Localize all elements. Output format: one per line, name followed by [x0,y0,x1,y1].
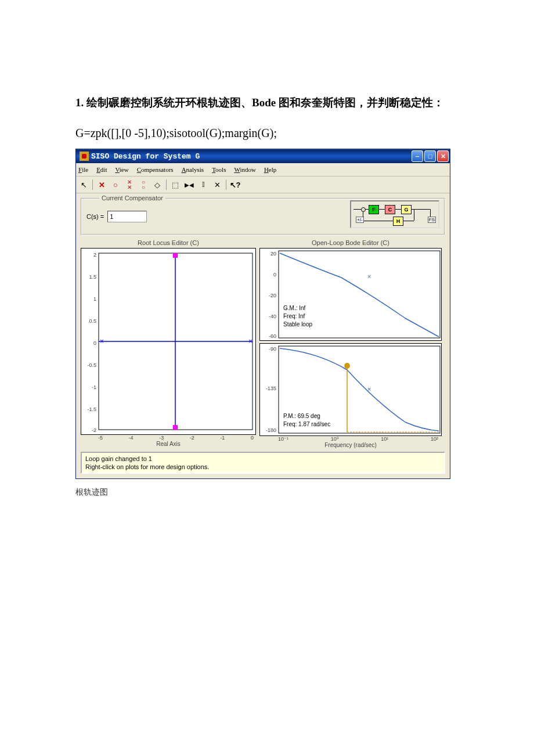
pointer-icon[interactable]: ↖ [78,179,89,190]
eraser-icon[interactable]: ◇ [152,179,163,190]
svg-text:1.5: 1.5 [89,274,96,280]
toolbar: ↖ ✕ ○ ✕✕ ○○ ◇ ⬚ ▶◀ 𝕀 ✕ ↖? [76,177,450,193]
svg-point-33 [344,363,350,369]
svg-rect-29 [279,346,440,433]
root-locus-title: Root Locus Editor (C) [81,237,256,248]
fs-button[interactable]: FS [428,217,436,223]
add-complex-pole-icon[interactable]: ✕✕ [124,179,135,190]
matlab-icon [80,152,89,161]
svg-text:×: × [100,337,104,345]
comp-label: C(s) = [86,213,104,220]
svg-text:20: 20 [270,251,276,257]
svg-text:Freq: 1.87 rad/sec: Freq: 1.87 rad/sec [283,421,330,427]
svg-text:-180: -180 [266,427,276,433]
svg-text:2: 2 [93,252,96,258]
status-bar: Loop gain changed to 1 Right-click on pl… [81,452,445,474]
status-line-2: Right-click on plots for more design opt… [85,463,441,471]
figure-caption: 根轨迹图 [75,487,459,498]
svg-text:-2: -2 [92,427,96,433]
svg-text:0.5: 0.5 [89,318,96,324]
svg-text:0: 0 [273,272,276,278]
menu-analysis[interactable]: Analysis [182,166,204,173]
rl-xlabel: Real Axis [81,441,256,447]
add-zero-icon[interactable]: ○ [110,179,121,190]
menu-view[interactable]: View [115,166,128,173]
add-complex-zero-icon[interactable]: ○○ [138,179,149,190]
compensator-panel: Current Compensator C(s) = F C G H +/- F… [81,198,445,235]
block-f[interactable]: F [369,205,379,214]
svg-text:-90: -90 [269,346,276,352]
titlebar[interactable]: SISO Design for System G – □ ✕ [76,149,450,163]
svg-text:×: × [367,386,371,393]
block-c[interactable]: C [385,205,395,214]
svg-text:Freq: Inf: Freq: Inf [283,313,305,319]
svg-text:-60: -60 [269,333,276,339]
compensator-input[interactable] [107,211,147,222]
close-button[interactable]: ✕ [437,150,449,162]
svg-text:Stable loop: Stable loop [283,321,312,327]
svg-text:P.M.: 69.5 deg: P.M.: 69.5 deg [283,413,320,419]
menu-tools[interactable]: Tools [212,166,226,173]
svg-rect-15 [173,425,178,430]
block-g[interactable]: G [401,205,412,214]
zoom-region-icon[interactable]: ⬚ [170,179,181,190]
zoom-x-icon[interactable]: ▶◀ [184,179,194,190]
svg-text:-1.5: -1.5 [87,406,96,412]
menubar: File Edit View Compensators Analysis Too… [76,163,450,177]
bode-magnitude-plot[interactable]: 200-20-40-60 × G.M.: Inf Freq: Inf Stabl… [259,248,442,341]
window-title: SISO Design for System G [91,152,412,161]
menu-window[interactable]: Window [234,166,255,173]
problem-heading: 1. 绘制碾磨控制系统开环根轨迹图、Bode 图和奈奎斯特图，并判断稳定性： [75,87,459,118]
status-line-1: Loop gain changed to 1 [85,455,441,463]
svg-text:-20: -20 [269,293,276,298]
comp-legend: Current Compensator [99,195,165,201]
help-icon[interactable]: ↖? [230,179,240,190]
bode-title: Open-Loop Bode Editor (C) [259,237,442,248]
svg-text:×: × [367,273,371,280]
svg-text:-0.5: -0.5 [87,362,96,368]
maximize-button[interactable]: □ [424,150,436,162]
zoom-y-icon[interactable]: 𝕀 [198,179,208,190]
root-locus-plot[interactable]: 21.510.5 0-0.5-1-1.5-2 × × [81,248,256,435]
block-diagram[interactable]: F C G H +/- FS [350,200,439,228]
svg-text:0: 0 [93,340,96,346]
bode-xlabel: Frequency (rad/sec) [259,442,442,448]
svg-text:×: × [248,337,252,345]
sign-toggle[interactable]: +/- [356,217,364,223]
menu-edit[interactable]: Edit [96,166,107,173]
svg-text:1: 1 [93,296,96,302]
minimize-button[interactable]: – [412,150,423,162]
svg-rect-14 [173,253,178,258]
svg-text:-135: -135 [266,386,276,391]
add-pole-icon[interactable]: ✕ [96,179,107,190]
zoom-out-icon[interactable]: ✕ [212,179,222,190]
matlab-code: G=zpk([],[0 -5],10);sisotool(G);margin(G… [75,127,459,140]
bode-phase-plot[interactable]: -90-135-180 × P.M.: 69.5 deg Freq: 1.87 … [259,343,442,436]
svg-text:G.M.: Inf: G.M.: Inf [283,305,306,311]
menu-file[interactable]: File [78,166,88,173]
menu-compensators[interactable]: Compensators [137,166,174,173]
siso-window: SISO Design for System G – □ ✕ File Edit… [75,149,450,479]
svg-text:-1: -1 [92,384,96,390]
menu-help[interactable]: Help [264,166,276,173]
block-h[interactable]: H [393,217,403,226]
svg-text:-40: -40 [269,314,276,319]
